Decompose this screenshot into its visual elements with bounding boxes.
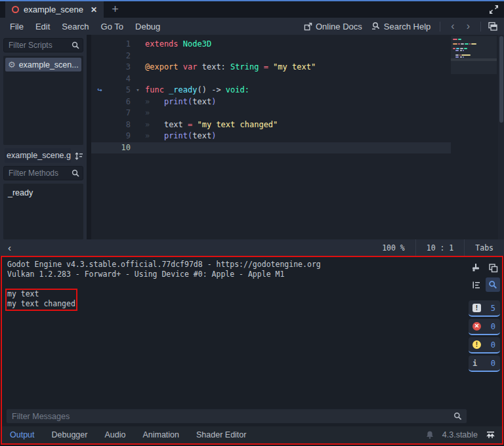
scrollbar-thumb[interactable] — [499, 36, 503, 123]
fold-gutter — [131, 108, 145, 119]
code-text: extends Node3D — [145, 39, 211, 51]
online-docs-button[interactable]: Online Docs — [301, 22, 365, 31]
line-number: 8 — [108, 119, 131, 131]
panel-tab-debugger[interactable]: Debugger — [52, 430, 88, 439]
panel-tab-shader-editor[interactable]: Shader Editor — [196, 430, 246, 439]
script-tab-bar: example_scene ✕ + — [0, 1, 504, 18]
code-line-9[interactable]: 9» print(text) — [91, 131, 451, 142]
copy-output-button[interactable] — [486, 260, 500, 275]
menu-search[interactable]: Search — [56, 22, 94, 31]
search-icon — [453, 412, 462, 420]
status-right: 100 % 10 : 1 Tabs — [371, 239, 504, 256]
message-filter-toggles: ! 5 ✕ 0 ! 0 i 0 — [469, 300, 500, 372]
code-line-1[interactable]: 1extends Node3D — [91, 39, 451, 51]
gutter — [91, 96, 108, 108]
code-line-5[interactable]: ↪5▾func _ready() -> void: — [91, 85, 451, 96]
cursor-position[interactable]: 10 : 1 — [416, 243, 465, 253]
expand-panel-icon[interactable] — [486, 430, 495, 439]
filter-methods-field — [3, 166, 83, 180]
godot-script-editor-window: example_scene ✕ + FileEditSearchGo ToDeb… — [0, 0, 504, 446]
search-icon — [72, 41, 79, 49]
filter-messages-input[interactable] — [6, 409, 467, 424]
menu-items: FileEditSearchGo ToDebug — [0, 22, 166, 31]
log-line: my text — [7, 289, 497, 299]
code-text: func _ready() -> void: — [145, 85, 249, 96]
code-line-3[interactable]: 3@export var text: String = "my text" — [91, 62, 451, 73]
toggle-messages[interactable]: ! 5 — [469, 300, 500, 317]
notification-bell-icon[interactable] — [425, 430, 434, 439]
indent-mode[interactable]: Tabs — [465, 243, 504, 253]
line-number: 7 — [108, 108, 131, 119]
menu-go-to[interactable]: Go To — [95, 22, 129, 31]
sort-methods-button[interactable] — [71, 150, 87, 161]
collapse-sidebar-button[interactable]: ‹ — [0, 242, 19, 253]
override-arrow-icon: ↪ — [91, 85, 108, 96]
script-path-label: example_scene.g — [5, 148, 71, 163]
history-forward-button[interactable]: › — [463, 20, 474, 33]
fold-chevron-icon[interactable]: ▾ — [131, 85, 145, 96]
fold-gutter — [131, 73, 145, 85]
new-script-button[interactable]: + — [104, 1, 127, 18]
close-tab-icon[interactable]: ✕ — [91, 5, 97, 14]
code-lines: 1extends Node3D23@export var text: Strin… — [91, 35, 451, 153]
gutter — [91, 142, 108, 154]
panel-tab-output[interactable]: Output — [10, 430, 35, 439]
line-number: 1 — [108, 39, 131, 51]
script-list-item[interactable]: ⚙ example_scen... — [5, 58, 81, 71]
float-panel-button[interactable] — [488, 22, 497, 31]
search-help-label: Search Help — [384, 22, 431, 31]
line-number: 5 — [108, 85, 131, 96]
distraction-free-button[interactable] — [489, 1, 499, 18]
version-label: 4.3.stable — [442, 430, 478, 439]
filter-messages-field — [6, 409, 467, 424]
fold-gutter — [131, 39, 145, 51]
menu-file[interactable]: File — [4, 22, 30, 31]
log-line: Vulkan 1.2.283 - Forward+ - Using Device… — [7, 270, 497, 279]
code-line-2[interactable]: 2 — [91, 51, 451, 62]
search-icon — [72, 169, 79, 177]
fold-gutter — [131, 51, 145, 62]
code-line-7[interactable]: 7» — [91, 108, 451, 119]
code-line-8[interactable]: 8» text = "my text changed" — [91, 119, 451, 131]
script-icon — [12, 6, 19, 13]
sidebar-divider[interactable] — [87, 35, 91, 239]
search-icon — [488, 280, 497, 289]
toggle-errors[interactable]: ✕ 0 — [469, 319, 500, 335]
output-log: Godot Engine v4.3.stable.official.77dcf9… — [2, 257, 502, 312]
method-list-item[interactable]: _ready — [5, 186, 81, 199]
method-item-label: _ready — [8, 188, 33, 197]
clear-output-button[interactable] — [469, 260, 483, 275]
code-line-10[interactable]: 10 — [91, 142, 451, 154]
tab-example-scene[interactable]: example_scene ✕ — [5, 1, 104, 18]
search-help-button[interactable]: Search Help — [369, 22, 434, 31]
panel-tab-animation[interactable]: Animation — [142, 430, 179, 439]
scripts-sidebar: ⚙ example_scen... example_scene.g — [0, 35, 87, 239]
code-minimap[interactable] — [451, 36, 497, 238]
panel-tab-audio[interactable]: Audio — [104, 430, 125, 439]
code-editor[interactable]: 1extends Node3D23@export var text: Strin… — [91, 35, 504, 239]
copy-icon — [488, 263, 498, 273]
code-line-6[interactable]: 6» print(text) — [91, 96, 451, 108]
fullscreen-arrows-icon — [489, 5, 499, 14]
output-panel annotation-outer-red-box: Godot Engine v4.3.stable.official.77dcf9… — [1, 256, 503, 445]
line-number: 9 — [108, 131, 131, 142]
error-icon: ✕ — [472, 322, 481, 331]
line-number: 2 — [108, 51, 131, 62]
script-item-label: example_scen... — [19, 60, 79, 70]
search-docs-icon — [371, 22, 381, 31]
code-text: @export var text: String = "my text" — [145, 62, 316, 73]
toggle-warnings[interactable]: ! 0 — [469, 337, 500, 354]
editor-scrollbar[interactable] — [498, 35, 504, 239]
log-line — [7, 279, 497, 289]
toggle-editor-messages[interactable]: i 0 — [469, 355, 500, 372]
menu-debug[interactable]: Debug — [129, 22, 166, 31]
errors-count: 0 — [491, 322, 495, 331]
collapse-duplicates-button[interactable] — [469, 277, 483, 292]
menu-edit[interactable]: Edit — [30, 22, 56, 31]
gutter — [91, 39, 108, 51]
search-output-button[interactable] — [486, 277, 500, 292]
history-back-button[interactable]: ‹ — [447, 20, 458, 33]
code-line-4[interactable]: 4 — [91, 73, 451, 85]
zoom-level[interactable]: 100 % — [371, 243, 415, 253]
main-area: ⚙ example_scen... example_scene.g — [0, 35, 504, 239]
